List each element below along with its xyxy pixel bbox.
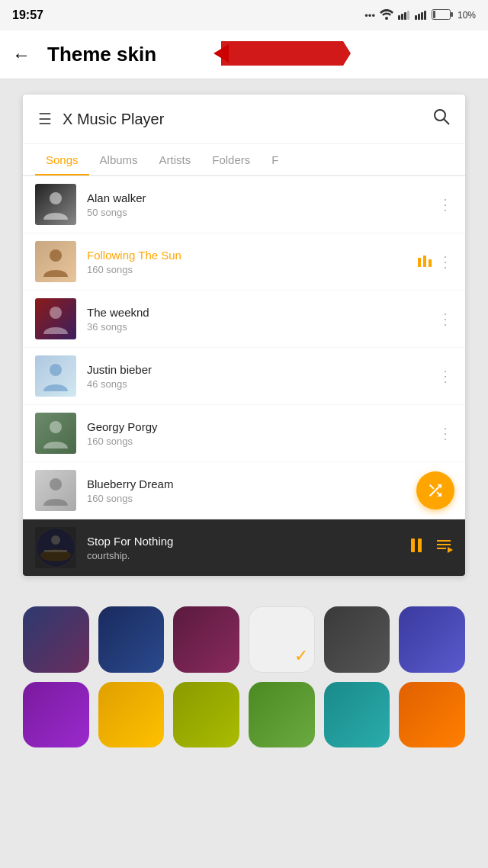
skin-purple-gradient[interactable] [23,606,89,673]
playback-controls [407,536,453,559]
song-actions: ⋮ [418,252,453,271]
song-thumbnail [35,298,76,339]
svg-point-23 [50,421,62,433]
thumb-person-icon [35,241,76,282]
svg-marker-34 [448,547,453,553]
more-options-icon[interactable]: ⋮ [438,424,453,442]
tab-artists[interactable]: Artists [149,144,202,175]
menu-icon[interactable]: ☰ [38,110,52,128]
thumb-person-icon [35,470,76,511]
song-thumbnail [35,470,76,511]
tab-songs[interactable]: Songs [35,144,89,175]
svg-rect-11 [433,11,435,18]
skin-dark-gray[interactable] [324,606,390,673]
dots-status-icon: ••• [364,10,375,21]
skin-blue-purple[interactable] [399,606,465,673]
skins-section: ✓ [0,591,488,770]
svg-rect-20 [429,259,432,267]
skin-dark-red[interactable] [173,606,239,673]
top-bar: ← Theme skin [0,31,488,79]
song-count: 36 songs [87,321,427,333]
svg-rect-8 [424,11,426,20]
svg-rect-7 [421,12,423,20]
song-name: Justin bieber [87,363,427,376]
song-name: Following The Sun [87,249,407,262]
svg-point-14 [435,110,445,121]
svg-rect-1 [398,15,400,20]
song-info: Alan walker 50 songs [87,191,427,218]
now-playing-artist: courtship. [87,550,396,561]
svg-rect-4 [407,11,409,20]
skin-dark-blue[interactable] [98,606,165,673]
svg-point-21 [50,307,62,319]
song-list: Alan walker 50 songs ⋮ [23,176,465,576]
list-item[interactable]: Georgy Porgy 160 songs ⋮ [23,405,465,462]
song-name: Georgy Porgy [87,420,427,433]
svg-point-0 [385,17,388,20]
status-icons: ••• [364,9,476,22]
svg-point-22 [50,364,62,376]
wifi-icon [380,9,393,22]
svg-line-15 [444,119,449,124]
status-bar: 19:57 ••• [0,0,488,31]
svg-point-17 [50,249,62,262]
now-playing-thumbnail [35,527,76,568]
skin-yellow[interactable] [98,682,165,748]
list-item[interactable]: Justin bieber 46 songs ⋮ [23,348,465,405]
now-playing-bar: Stop For Nothing courtship. [23,519,465,576]
list-item[interactable]: Following The Sun 160 songs ⋮ [23,233,465,291]
svg-rect-10 [451,12,453,17]
skin-orange[interactable] [399,682,465,748]
svg-rect-30 [418,538,422,552]
queue-button[interactable] [435,537,453,559]
page-title: Theme skin [43,41,161,68]
skin-purple[interactable] [23,682,89,748]
signal2-icon [415,9,427,22]
player-header: ☰ X Music Player [23,95,465,144]
song-name: Blueberry Dream [87,477,412,490]
skin-selected-check: ✓ [294,646,308,666]
svg-point-16 [50,192,62,204]
song-count: 46 songs [87,378,427,390]
now-playing-info: Stop For Nothing courtship. [87,535,396,561]
battery-icon [432,9,453,22]
search-icon[interactable] [433,108,450,130]
svg-point-24 [50,478,62,490]
skin-green[interactable] [249,682,315,748]
song-count: 160 songs [87,436,427,447]
tabs-row: Songs Albums Artists Folders F [23,144,465,176]
svg-rect-3 [404,12,406,20]
list-item[interactable]: Blueberry Dream 160 songs ⋮ [23,462,465,519]
skin-teal[interactable] [324,682,390,748]
more-options-icon[interactable]: ⋮ [438,310,453,328]
more-options-icon[interactable]: ⋮ [438,367,453,385]
more-options-icon[interactable]: ⋮ [438,195,453,214]
shuffle-button[interactable] [416,471,454,510]
pause-button[interactable] [407,536,425,559]
more-options-icon[interactable]: ⋮ [438,252,453,271]
svg-rect-2 [401,14,403,20]
tab-folders[interactable]: Folders [201,144,261,175]
svg-marker-12 [221,41,351,66]
skins-grid: ✓ [23,606,465,747]
main-content: ☰ X Music Player Songs Albums Artists Fo… [0,79,488,591]
list-item[interactable]: The weeknd 36 songs ⋮ [23,291,465,348]
skin-olive[interactable] [173,682,239,748]
song-thumbnail [35,355,76,397]
svg-rect-6 [418,14,420,20]
tab-albums[interactable]: Albums [89,144,149,175]
tab-more[interactable]: F [261,144,289,175]
song-actions: ⋮ [438,367,453,385]
header-left: ☰ X Music Player [38,110,164,128]
song-count: 50 songs [87,207,427,218]
song-actions: ⋮ [438,310,453,328]
song-thumbnail [35,241,76,282]
back-button[interactable]: ← [12,44,30,66]
equalizer-icon [418,253,432,271]
skin-white[interactable]: ✓ [249,606,315,673]
song-info: Following The Sun 160 songs [87,249,407,275]
svg-rect-29 [411,538,415,552]
thumb-person-icon [35,413,76,454]
song-info: Blueberry Dream 160 songs [87,477,412,504]
list-item[interactable]: Alan walker 50 songs ⋮ [23,176,465,233]
